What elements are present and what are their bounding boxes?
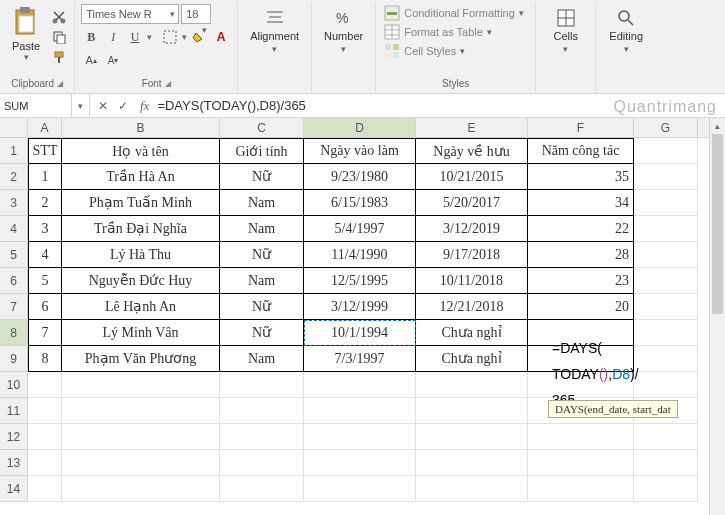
cell[interactable]	[528, 424, 634, 450]
cell[interactable]	[62, 398, 220, 424]
scroll-thumb[interactable]	[712, 134, 723, 314]
cell[interactable]: 22	[528, 216, 634, 242]
cell[interactable]: Ngày vào làm	[304, 138, 416, 164]
cell[interactable]	[634, 268, 698, 294]
cell[interactable]	[220, 424, 304, 450]
cell[interactable]	[220, 398, 304, 424]
cell[interactable]	[634, 476, 698, 502]
cell[interactable]	[220, 372, 304, 398]
format-table-button[interactable]: Format as Table▾	[382, 23, 494, 41]
col-header-E[interactable]: E	[416, 118, 528, 137]
number-label[interactable]: Number	[324, 30, 363, 42]
row-header[interactable]: 10	[0, 372, 28, 398]
col-header-F[interactable]: F	[528, 118, 634, 137]
cell[interactable]: Nữ	[220, 294, 304, 320]
cell[interactable]	[634, 242, 698, 268]
font-color-button[interactable]: A	[211, 27, 231, 47]
cell[interactable]	[528, 450, 634, 476]
cell[interactable]: 5/4/1997	[304, 216, 416, 242]
cell[interactable]	[62, 450, 220, 476]
cell[interactable]: 7/3/1997	[304, 346, 416, 372]
fx-icon[interactable]: fx	[136, 98, 153, 114]
cell[interactable]: Nam	[220, 268, 304, 294]
cancel-formula-button[interactable]: ✕	[94, 99, 112, 113]
cell[interactable]: 12/5/1995	[304, 268, 416, 294]
cell-grid[interactable]: STT Họ và tên Giới tính Ngày vào làm Ngà…	[28, 138, 698, 502]
cell[interactable]	[634, 164, 698, 190]
name-box[interactable]: SUM	[0, 94, 72, 117]
col-header-B[interactable]: B	[62, 118, 220, 137]
copy-button[interactable]	[50, 28, 68, 46]
underline-button[interactable]: U	[125, 27, 145, 47]
cut-button[interactable]	[50, 8, 68, 26]
cell[interactable]: 11/4/1990	[304, 242, 416, 268]
col-header-D[interactable]: D	[304, 118, 416, 137]
cell[interactable]	[28, 398, 62, 424]
dialog-launcher-icon[interactable]: ◢	[165, 79, 171, 88]
cell[interactable]: Nguyễn Đức Huy	[62, 268, 220, 294]
cell-styles-button[interactable]: Cell Styles▾	[382, 42, 467, 60]
cell[interactable]	[634, 372, 698, 398]
row-header[interactable]: 1	[0, 138, 28, 164]
cell[interactable]	[634, 190, 698, 216]
cell[interactable]: 6	[28, 294, 62, 320]
cell[interactable]: Trần Đại Nghĩa	[62, 216, 220, 242]
cell[interactable]: Nữ	[220, 242, 304, 268]
cell[interactable]: 8	[28, 346, 62, 372]
cell[interactable]	[28, 424, 62, 450]
cell[interactable]	[62, 476, 220, 502]
row-header[interactable]: 8	[0, 320, 28, 346]
row-header[interactable]: 13	[0, 450, 28, 476]
grow-font-button[interactable]: A▴	[81, 50, 101, 70]
row-header[interactable]: 12	[0, 424, 28, 450]
cell[interactable]: 10/11/2018	[416, 268, 528, 294]
cell[interactable]: Chưa nghỉ	[416, 320, 528, 346]
format-painter-button[interactable]	[50, 48, 68, 66]
cell[interactable]: 9/23/1980	[304, 164, 416, 190]
cell[interactable]: 4	[28, 242, 62, 268]
cell[interactable]: Lý Hà Thu	[62, 242, 220, 268]
cell[interactable]: Nam	[220, 346, 304, 372]
font-name-select[interactable]: Times New R	[81, 4, 179, 24]
bold-button[interactable]: B	[81, 27, 101, 47]
enter-formula-button[interactable]: ✓	[114, 99, 132, 113]
cell[interactable]	[416, 424, 528, 450]
cell[interactable]: 9/17/2018	[416, 242, 528, 268]
cell[interactable]	[304, 398, 416, 424]
cell[interactable]: 3	[28, 216, 62, 242]
cell[interactable]: Nữ	[220, 320, 304, 346]
cell[interactable]: 7	[28, 320, 62, 346]
cell[interactable]: 10/1/1994	[304, 320, 416, 346]
cell[interactable]: 35	[528, 164, 634, 190]
conditional-formatting-button[interactable]: Conditional Formatting▾	[382, 4, 526, 22]
cell[interactable]	[304, 372, 416, 398]
cell[interactable]: 3/12/1999	[304, 294, 416, 320]
editing-label[interactable]: Editing	[609, 30, 643, 42]
scroll-up-icon[interactable]: ▴	[710, 118, 725, 134]
cell[interactable]	[634, 320, 698, 346]
cell[interactable]: Trần Hà An	[62, 164, 220, 190]
font-size-select[interactable]: 18	[181, 4, 211, 24]
cell[interactable]	[220, 476, 304, 502]
cell[interactable]: Lý Minh Vân	[62, 320, 220, 346]
cell[interactable]: STT	[28, 138, 62, 164]
cell[interactable]: Chưa nghỉ	[416, 346, 528, 372]
name-box-dropdown[interactable]: ▾	[72, 94, 90, 117]
row-header[interactable]: 14	[0, 476, 28, 502]
row-header[interactable]: 5	[0, 242, 28, 268]
cell[interactable]: 10/21/2015	[416, 164, 528, 190]
cell[interactable]: 5/20/2017	[416, 190, 528, 216]
cell[interactable]: 2	[28, 190, 62, 216]
row-header[interactable]: 3	[0, 190, 28, 216]
cell[interactable]: 20	[528, 294, 634, 320]
cell[interactable]	[416, 450, 528, 476]
cell[interactable]: 1	[28, 164, 62, 190]
cell[interactable]	[528, 476, 634, 502]
row-header[interactable]: 4	[0, 216, 28, 242]
cell[interactable]	[634, 216, 698, 242]
vertical-scrollbar[interactable]: ▴	[709, 118, 725, 515]
cell[interactable]: Phạm Văn Phương	[62, 346, 220, 372]
cell[interactable]	[634, 346, 698, 372]
cell[interactable]	[28, 372, 62, 398]
cell[interactable]	[62, 424, 220, 450]
